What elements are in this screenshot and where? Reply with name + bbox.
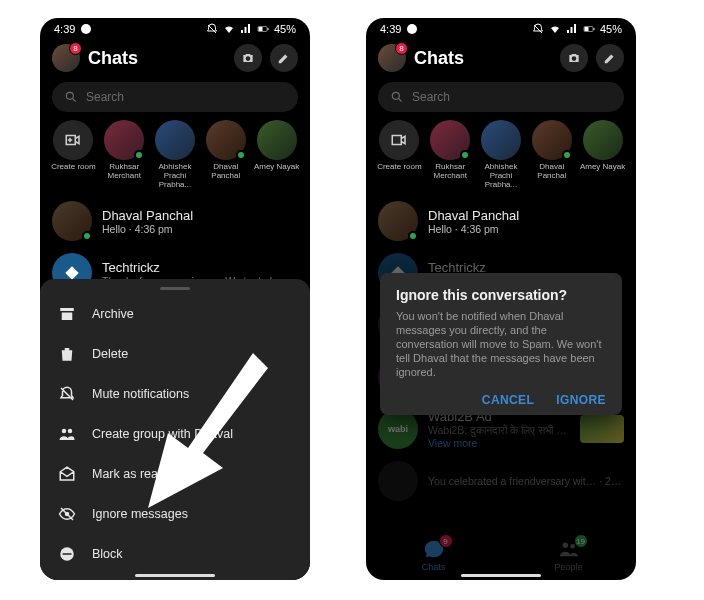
svg-point-4 — [66, 92, 73, 99]
svg-rect-2 — [258, 27, 262, 31]
stories-row[interactable]: Create room Rukhsar Merchant Abhishek Pr… — [366, 120, 636, 195]
svg-point-18 — [562, 543, 568, 549]
profile-avatar[interactable]: 8 — [52, 44, 80, 72]
video-plus-icon — [64, 131, 82, 149]
sheet-delete[interactable]: Delete — [40, 334, 310, 374]
svg-rect-14 — [584, 27, 588, 31]
svg-point-19 — [570, 544, 575, 549]
sheet-create-group[interactable]: Create group with Dhaval — [40, 414, 310, 454]
phone-left: 4:39 45% 8 Chats Search Create room — [40, 18, 310, 580]
nav-people-label: People — [554, 562, 582, 572]
camera-icon — [241, 51, 255, 65]
cancel-button[interactable]: CANCEL — [482, 393, 534, 407]
camera-button[interactable] — [234, 44, 262, 72]
svg-rect-3 — [267, 28, 268, 30]
dnd-icon — [532, 23, 544, 35]
chat-preview: Hello · 4:36 pm — [102, 223, 298, 235]
chat-name: Dhaval Panchal — [428, 208, 624, 223]
dialog-title: Ignore this conversation? — [396, 287, 606, 303]
app-header: 8 Chats — [366, 40, 636, 78]
svg-rect-15 — [593, 28, 594, 30]
people-icon — [58, 425, 76, 443]
block-icon — [58, 545, 76, 563]
sheet-block[interactable]: Block — [40, 534, 310, 574]
stories-row[interactable]: Create room Rukhsar Merchant Abhishek Pr… — [40, 120, 310, 195]
sheet-mute[interactable]: Mute notifications — [40, 374, 310, 414]
status-bar: 4:39 45% — [40, 18, 310, 40]
wifi-icon — [223, 23, 235, 35]
camera-button[interactable] — [560, 44, 588, 72]
story-item[interactable]: Dhaval Panchal — [202, 120, 249, 189]
create-room-label: Create room — [51, 162, 95, 171]
nav-people[interactable]: 19 People — [501, 538, 636, 572]
chat-preview: Wabi2B: दुकानदारों के लिए सभी समस्या अटक… — [428, 424, 570, 437]
app-header: 8 Chats — [40, 40, 310, 78]
camera-icon — [567, 51, 581, 65]
search-input[interactable]: Search — [52, 82, 298, 112]
svg-point-0 — [81, 24, 91, 34]
status-battery: 45% — [274, 23, 296, 35]
story-item[interactable]: Amey Nayak — [253, 120, 300, 189]
status-time: 4:39 — [54, 23, 75, 35]
chat-preview: You celebrated a friendversary wit… · 21… — [428, 475, 624, 487]
video-plus-icon — [390, 131, 408, 149]
svg-point-16 — [392, 92, 399, 99]
dialog-body: You won't be notified when Dhaval messag… — [396, 309, 606, 379]
story-item[interactable]: Rukhsar Merchant — [101, 120, 148, 189]
svg-line-17 — [399, 99, 402, 102]
chat-row[interactable]: Dhaval Panchal Hello · 4:36 pm — [374, 195, 628, 247]
compose-button[interactable] — [270, 44, 298, 72]
svg-point-8 — [65, 512, 70, 517]
sheet-handle[interactable] — [160, 287, 190, 290]
sheet-mark-read[interactable]: Mark as read — [40, 454, 310, 494]
chat-row[interactable]: Dhaval Panchal Hello · 4:36 pm — [48, 195, 302, 247]
dnd-icon — [206, 23, 218, 35]
status-bar: 4:39 45% — [366, 18, 636, 40]
story-item[interactable]: Abhishek Prachi Prabha... — [478, 120, 525, 189]
story-item[interactable]: Amey Nayak — [579, 120, 626, 189]
battery-icon — [257, 23, 269, 35]
wifi-icon — [549, 23, 561, 35]
home-indicator[interactable] — [461, 574, 541, 577]
search-placeholder: Search — [86, 90, 124, 104]
search-placeholder: Search — [412, 90, 450, 104]
ad-link[interactable]: View more — [428, 437, 570, 449]
signal-icon — [566, 23, 578, 35]
page-title: Chats — [414, 48, 552, 69]
profile-avatar[interactable]: 8 — [378, 44, 406, 72]
archive-icon — [58, 305, 76, 323]
search-input[interactable]: Search — [378, 82, 624, 112]
page-title: Chats — [88, 48, 226, 69]
nav-people-badge: 19 — [574, 534, 588, 548]
bottom-nav: 9 Chats 19 People — [366, 538, 636, 572]
nav-chats[interactable]: 9 Chats — [366, 538, 501, 572]
story-item[interactable]: Dhaval Panchal — [528, 120, 575, 189]
create-room[interactable]: Create room — [50, 120, 97, 189]
confirm-dialog: Ignore this conversation? You won't be n… — [380, 273, 622, 415]
compose-button[interactable] — [596, 44, 624, 72]
story-item[interactable]: Rukhsar Merchant — [427, 120, 474, 189]
sheet-ignore[interactable]: Ignore messages — [40, 494, 310, 534]
chat-name: Dhaval Panchal — [102, 208, 298, 223]
battery-icon — [583, 23, 595, 35]
chat-row[interactable]: You celebrated a friendversary wit… · 21… — [374, 455, 628, 507]
eye-off-icon — [58, 505, 76, 523]
ignore-button[interactable]: IGNORE — [556, 393, 606, 407]
notification-badge: 8 — [69, 42, 82, 55]
home-indicator[interactable] — [135, 574, 215, 577]
trash-icon — [58, 345, 76, 363]
search-icon — [390, 90, 404, 104]
svg-point-12 — [407, 24, 417, 34]
notification-badge: 8 — [395, 42, 408, 55]
svg-rect-10 — [63, 553, 72, 555]
sheet-archive[interactable]: Archive — [40, 294, 310, 334]
mail-open-icon — [58, 465, 76, 483]
story-item[interactable]: Abhishek Prachi Prabha... — [152, 120, 199, 189]
phone-right: 4:39 45% 8 Chats Search Create room Rukh… — [366, 18, 636, 580]
status-battery: 45% — [600, 23, 622, 35]
messenger-icon — [406, 23, 418, 35]
chat-name: Techtrickz — [102, 260, 298, 275]
pencil-icon — [603, 51, 617, 65]
svg-line-5 — [73, 99, 76, 102]
create-room[interactable]: Create room — [376, 120, 423, 189]
